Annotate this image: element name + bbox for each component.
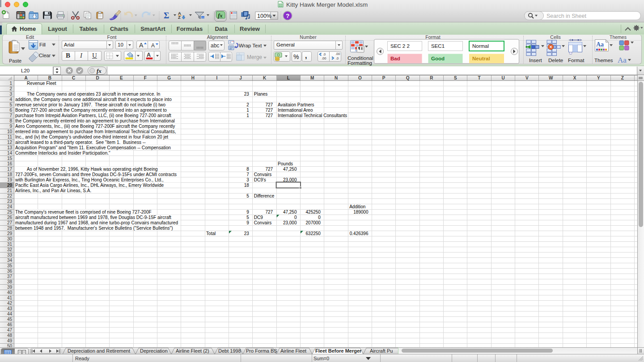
svg-text:I: I	[216, 76, 217, 80]
svg-text:M: M	[310, 76, 314, 80]
svg-text:3: 3	[246, 177, 249, 182]
svg-text:8: 8	[9, 118, 12, 123]
svg-text:addition, the Company owns one: addition, the Company owns one additiona…	[15, 97, 172, 102]
svg-text:48: 48	[7, 333, 13, 338]
svg-text:Airlines, Inc., and Pan Air Li: Airlines, Inc., and Pan Air Lineas, S.A.	[15, 188, 91, 193]
svg-text:Paste: Paste	[9, 58, 21, 63]
svg-text:38: 38	[7, 279, 13, 284]
svg-text:Y: Y	[597, 76, 600, 80]
svg-text:727-200Fs, seven Convairs and: 727-200Fs, seven Convairs and three Doug…	[15, 172, 177, 177]
svg-text:36: 36	[7, 269, 13, 274]
svg-text:Normal: Normal	[472, 43, 489, 49]
svg-text:41: 41	[7, 295, 13, 300]
svg-text:207000: 207000	[306, 220, 321, 225]
svg-text:X: X	[573, 76, 576, 80]
svg-text:21: 21	[7, 188, 13, 193]
svg-text:Pacific East Asia Cargo Airlin: Pacific East Asia Cargo Airlines, Inc., …	[15, 183, 164, 188]
svg-text:A: A	[151, 42, 155, 49]
svg-text:purchase from Intrepid Aviatio: purchase from Intrepid Aviation Partners…	[15, 113, 171, 118]
svg-text:Bad: Bad	[390, 56, 400, 61]
svg-text:8: 8	[246, 167, 249, 172]
svg-text:Z: Z	[621, 76, 624, 80]
svg-text:aircraft leased to a third-par: aircraft leased to a third-party operato…	[15, 140, 146, 145]
svg-text:23,000: 23,000	[283, 220, 297, 225]
svg-text:23: 23	[244, 231, 250, 236]
svg-text:J: J	[239, 76, 242, 80]
svg-text:.0: .0	[323, 52, 326, 56]
svg-text:between 1948 and 1957. Manufa: between 1948 and 1957. Manufacturer's Se…	[15, 226, 173, 231]
svg-text:13: 13	[7, 145, 13, 150]
svg-text:189000: 189000	[353, 210, 369, 215]
svg-text:E: E	[120, 76, 123, 80]
svg-text:47,250: 47,250	[283, 210, 297, 215]
svg-text:%: %	[293, 53, 299, 60]
svg-text:the Company recently entered i: the Company recently entered into an agr…	[15, 118, 175, 123]
svg-text:7: 7	[246, 172, 249, 177]
svg-text:28: 28	[7, 226, 13, 231]
svg-text:SEC 2 2: SEC 2 2	[390, 43, 410, 49]
svg-text:C: C	[72, 76, 75, 80]
svg-text:27: 27	[7, 220, 13, 225]
svg-text:F: F	[144, 76, 147, 80]
svg-text:Acquisition Program" and "Item: Acquisition Program" and "Item 11. Execu…	[15, 145, 171, 150]
svg-text:A: A	[24, 76, 27, 80]
svg-text:30: 30	[7, 236, 13, 241]
svg-text:727: 727	[265, 167, 273, 172]
svg-text:with Burlington Air Express, I: with Burlington Air Express, Inc., Ting …	[15, 177, 164, 182]
svg-text:727: 727	[265, 113, 273, 118]
svg-text:U: U	[501, 76, 504, 80]
svg-text:A: A	[139, 42, 144, 49]
svg-text:24: 24	[7, 204, 13, 209]
svg-text:2: 2	[9, 86, 12, 91]
svg-text:P: P	[382, 76, 386, 80]
svg-text:DC9's: DC9's	[254, 177, 266, 182]
svg-text:Fill: Fill	[39, 42, 46, 47]
svg-text:0: 0	[318, 215, 321, 220]
svg-text:Pro Forma BS: Pro Forma BS	[246, 348, 277, 354]
svg-text:46: 46	[7, 322, 13, 327]
svg-text:23,000: 23,000	[283, 177, 297, 182]
svg-text:15: 15	[7, 156, 13, 161]
svg-text:Planes: Planes	[254, 92, 268, 97]
svg-text:Insert: Insert	[529, 58, 542, 63]
svg-text:.00: .00	[322, 56, 326, 60]
svg-text:Pounds: Pounds	[278, 161, 293, 166]
svg-text:20: 20	[7, 183, 13, 188]
svg-text:DC9: DC9	[254, 215, 263, 220]
svg-text:Delete: Delete	[548, 58, 563, 63]
svg-text:SEC1: SEC1	[431, 43, 445, 49]
svg-text:Debt 1998: Debt 1998	[218, 348, 241, 354]
svg-text:9: 9	[246, 210, 249, 215]
svg-text:fx: fx	[218, 12, 223, 19]
svg-text:Addition: Addition	[349, 204, 365, 209]
svg-text:23: 23	[244, 92, 250, 97]
svg-text:entered into an agreement to p: entered into an agreement to purchase fr…	[15, 129, 176, 134]
svg-text:Depreciation: Depreciation	[140, 348, 168, 354]
svg-text:D: D	[96, 76, 99, 80]
svg-text:Convairs: Convairs	[254, 172, 271, 177]
svg-text:Revenue Fleet: Revenue Fleet	[27, 81, 56, 86]
svg-text:Σ: Σ	[164, 11, 169, 20]
svg-text:1: 1	[246, 113, 249, 118]
svg-text:Fleet Before Merger: Fleet Before Merger	[315, 348, 362, 354]
svg-text:H: H	[191, 76, 195, 80]
svg-text:44: 44	[7, 311, 13, 316]
svg-text:17: 17	[7, 167, 13, 172]
svg-text:abc: abc	[211, 42, 219, 49]
svg-text:Depreciation and Retirement: Depreciation and Retirement	[68, 348, 130, 354]
svg-text:43: 43	[7, 306, 13, 311]
svg-text:International Technical Consul: International Technical Consultants	[278, 113, 347, 118]
svg-text:Format: Format	[568, 58, 585, 63]
svg-text:23: 23	[7, 199, 13, 204]
svg-text:,: ,	[305, 52, 307, 59]
svg-text:aircraft manufactured between: aircraft manufactured between 1969 and 1…	[15, 215, 171, 220]
svg-text:632250: 632250	[306, 231, 321, 236]
svg-text:4: 4	[9, 97, 12, 102]
svg-text:11: 11	[8, 135, 13, 139]
svg-text:R: R	[430, 76, 433, 80]
svg-text:22: 22	[7, 194, 13, 198]
svg-text:K: K	[263, 76, 267, 80]
svg-text:2: 2	[246, 102, 249, 107]
svg-text:10: 10	[7, 129, 13, 134]
svg-text:16: 16	[7, 161, 13, 166]
